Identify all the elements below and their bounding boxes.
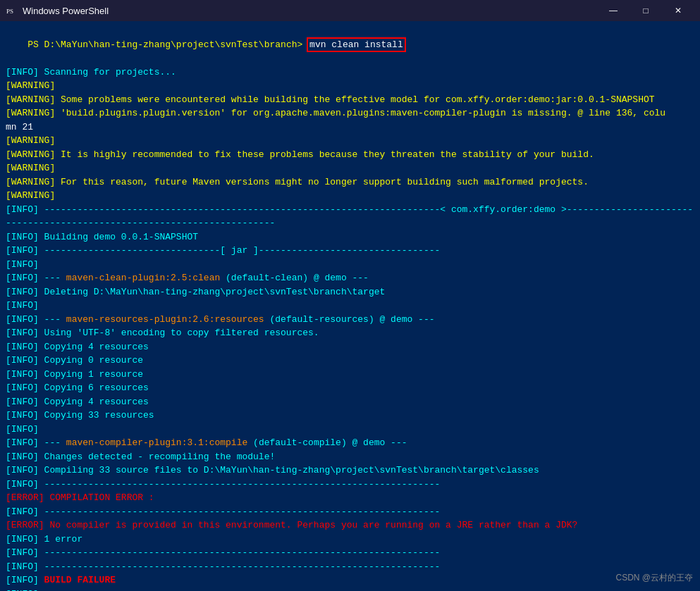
- terminal-line: [INFO] Copying 1 resource: [6, 368, 694, 382]
- terminal-line: [INFO] Compiling 33 source files to D:\M…: [6, 464, 694, 478]
- terminal-line: [INFO]: [6, 299, 694, 313]
- terminal-line: [WARNING]: [6, 134, 694, 148]
- terminal-line: [ERROR] COMPILATION ERROR :: [6, 491, 694, 505]
- terminal-line: [ERROR] No compiler is provided in this …: [6, 518, 694, 533]
- terminal-line: [INFO] Copying 0 resource: [6, 354, 694, 368]
- powershell-icon: PS: [6, 5, 17, 16]
- window-controls: — □ ✕: [597, 0, 694, 21]
- terminal-line: [INFO] Deleting D:\MaYun\han-ting-zhang\…: [6, 285, 694, 299]
- terminal-line: PS D:\MaYun\han-ting-zhang\project\svnTe…: [6, 24, 694, 66]
- terminal-line: [INFO] Scanning for projects...: [6, 66, 694, 80]
- terminal-line: [INFO] ---------------------------------…: [6, 505, 694, 519]
- command-text: mvn clean install: [308, 39, 405, 51]
- terminal-line: [WARNING] For this reason, future Maven …: [6, 175, 694, 189]
- terminal-line: [WARNING]: [6, 189, 694, 203]
- minimize-button[interactable]: —: [597, 0, 630, 21]
- terminal-output: PS D:\MaYun\han-ting-zhang\project\svnTe…: [0, 21, 700, 591]
- window-title: Windows PowerShell: [23, 6, 109, 16]
- terminal-line: [INFO] Copying 33 resources: [6, 409, 694, 423]
- terminal-line: [INFO] --- maven-resources-plugin:2.6:re…: [6, 313, 694, 327]
- terminal-line: [INFO] Building demo 0.0.1-SNAPSHOT: [6, 230, 694, 244]
- watermark: CSDN @云村的王夺: [615, 572, 693, 584]
- terminal-line: mn 21: [6, 120, 694, 135]
- terminal-line: [INFO]: [6, 423, 694, 437]
- terminal-line: [INFO] Copying 6 resources: [6, 381, 694, 395]
- svg-text:PS: PS: [6, 8, 13, 15]
- terminal-line: [INFO] ---------------------------------…: [6, 203, 694, 230]
- terminal-line: [INFO] 1 error: [6, 533, 694, 547]
- terminal-line: [INFO] ---------------------------------…: [6, 587, 694, 592]
- title-bar-left: PS Windows PowerShell: [6, 5, 109, 16]
- close-button[interactable]: ✕: [662, 0, 694, 21]
- terminal-line: [INFO] Changes detected - recompiling th…: [6, 450, 694, 464]
- terminal-line: [INFO] Copying 4 resources: [6, 340, 694, 354]
- terminal-line: [WARNING] 'build.plugins.plugin.version'…: [6, 106, 694, 120]
- build-failure-line: [INFO] BUILD FAILURE: [6, 573, 694, 587]
- maximize-button[interactable]: □: [630, 0, 662, 21]
- terminal-line: [WARNING] It is highly recommended to fi…: [6, 148, 694, 162]
- terminal-line: [INFO]: [6, 258, 694, 272]
- terminal-line: [INFO] Copying 4 resources: [6, 395, 694, 409]
- terminal-line: [WARNING]: [6, 79, 694, 93]
- terminal-line: [INFO] ---------------------------------…: [6, 546, 694, 560]
- terminal-line: [INFO] --- maven-clean-plugin:2.5:clean …: [6, 271, 694, 285]
- terminal-line: [INFO] --------------------------------[…: [6, 244, 694, 258]
- terminal-line: [INFO] Using 'UTF-8' encoding to copy fi…: [6, 326, 694, 340]
- title-bar: PS Windows PowerShell — □ ✕: [0, 0, 700, 21]
- terminal-line: [WARNING] Some problems were encountered…: [6, 93, 694, 107]
- terminal-line: [WARNING]: [6, 161, 694, 175]
- prompt-text: PS D:\MaYun\han-ting-zhang\project\svnTe…: [27, 39, 308, 50]
- terminal-line: [INFO] ---------------------------------…: [6, 560, 694, 574]
- terminal-line: [INFO] --- maven-compiler-plugin:3.1:com…: [6, 436, 694, 450]
- terminal-line: [INFO] ---------------------------------…: [6, 478, 694, 492]
